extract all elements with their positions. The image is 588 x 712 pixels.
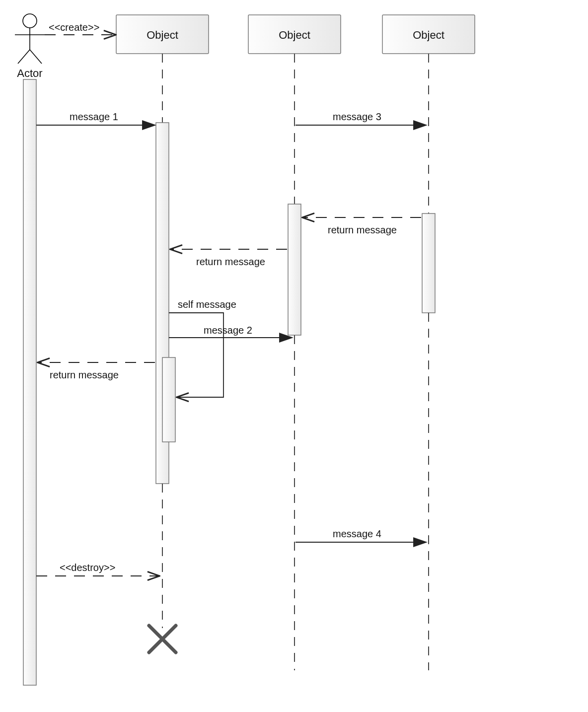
message2-label: message 2 — [204, 325, 252, 336]
create-message-label: <<create>> — [49, 22, 99, 33]
actor-participant: Actor — [15, 14, 45, 79]
message1-label: message 1 — [70, 111, 118, 122]
destroy-icon — [149, 626, 176, 652]
message3-label: message 3 — [333, 111, 381, 122]
object1-label: Object — [147, 29, 178, 41]
return-32-label: return message — [328, 224, 397, 235]
object3-participant: Object — [382, 15, 475, 54]
object2-activation — [288, 204, 301, 335]
actor-label: Actor — [17, 67, 42, 79]
destroy-message-label: <<destroy>> — [60, 562, 115, 573]
object3-activation — [422, 214, 435, 313]
svg-line-4 — [30, 50, 42, 64]
return-21-label: return message — [196, 256, 265, 267]
object2-label: Object — [279, 29, 310, 41]
message4-label: message 4 — [333, 528, 381, 539]
svg-point-0 — [23, 14, 37, 28]
actor-activation — [23, 79, 36, 685]
object1-participant: Object — [116, 15, 209, 54]
self-message-label: self message — [178, 299, 236, 310]
svg-line-3 — [18, 50, 30, 64]
object3-label: Object — [413, 29, 444, 41]
object1-nested-activation — [162, 357, 175, 442]
return-1a-label: return message — [50, 369, 119, 380]
object2-participant: Object — [248, 15, 341, 54]
